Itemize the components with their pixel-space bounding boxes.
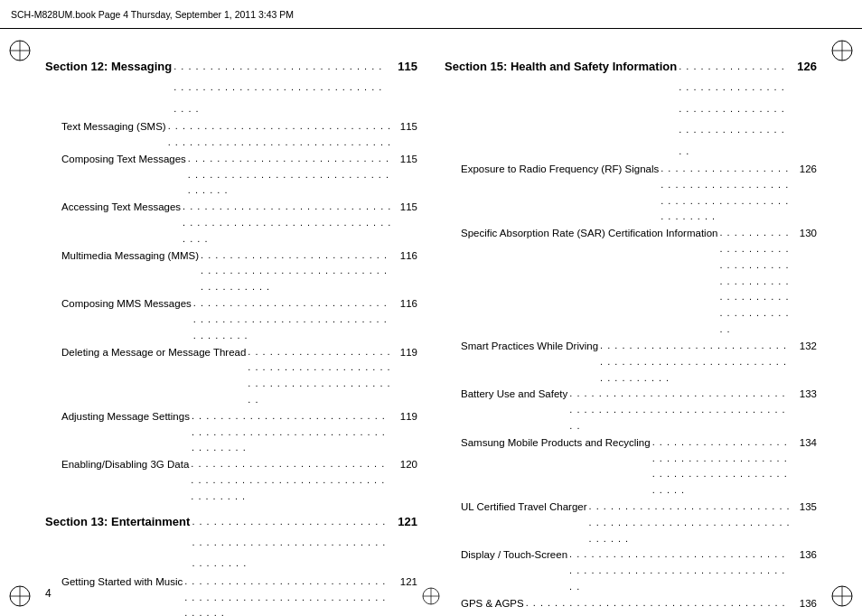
right-column: Section 15: Health and Safety Informatio…	[445, 38, 817, 571]
entry-getting-started-music: Getting Started with Music 121	[45, 574, 417, 616]
section-15-page: 126	[790, 56, 817, 77]
section-12-header: Section 12: Messaging 115	[45, 56, 417, 119]
section-13-label: Section 13: Entertainment	[45, 511, 190, 532]
entry-composing-text: Composing Text Messages 115	[45, 152, 417, 200]
entry-3g-data: Enabling/Disabling 3G Data 120	[45, 457, 417, 505]
left-column: Section 12: Messaging 115 Text Messaging…	[45, 38, 417, 571]
section-15-header: Section 15: Health and Safety Informatio…	[445, 56, 817, 162]
entry-adjusting-message: Adjusting Message Settings 119	[45, 409, 417, 457]
section-12-page: 115	[390, 56, 417, 77]
entry-smart-driving: Smart Practices While Driving 132	[445, 339, 817, 387]
entry-deleting-message: Deleting a Message or Message Thread 119	[45, 345, 417, 409]
entry-sms: Text Messaging (SMS) 115	[45, 119, 417, 152]
bottom-center-mark	[420, 585, 442, 607]
section-13-page: 121	[390, 511, 417, 532]
corner-mark-bl	[7, 583, 33, 609]
entry-display: Display / Touch-Screen 136	[445, 547, 817, 595]
section-12-label: Section 12: Messaging	[45, 56, 172, 77]
section-15-dots	[677, 55, 790, 161]
header-bar: SCH-M828UM.book Page 4 Thursday, Septemb…	[0, 0, 862, 29]
header-text: SCH-M828UM.book Page 4 Thursday, Septemb…	[11, 9, 294, 20]
page-wrapper: SCH-M828UM.book Page 4 Thursday, Septemb…	[0, 0, 862, 616]
entry-composing-mms: Composing MMS Messages 116	[45, 296, 417, 344]
corner-mark-tr	[829, 38, 855, 63]
entry-battery: Battery Use and Safety 133	[445, 387, 817, 434]
section-13-header: Section 13: Entertainment 121	[45, 511, 417, 574]
section-13-dots	[190, 510, 390, 574]
corner-mark-br	[829, 583, 855, 609]
entry-mms: Multimedia Messaging (MMS) 116	[45, 248, 417, 296]
entry-accessing-text: Accessing Text Messages 115	[45, 200, 417, 247]
entry-gps-agps: GPS & AGPS 136	[445, 596, 817, 616]
section-12-dots	[172, 55, 390, 118]
entry-sar: Specific Absorption Rate (SAR) Certifica…	[445, 226, 817, 339]
corner-mark-tl	[7, 38, 33, 63]
section-15-label: Section 15: Health and Safety Informatio…	[445, 56, 677, 77]
entry-rf-signals: Exposure to Radio Frequency (RF) Signals…	[445, 162, 817, 226]
entry-samsung-recycling: Samsung Mobile Products and Recycling 13…	[445, 435, 817, 499]
entry-ul-charger: UL Certified Travel Charger 135	[445, 499, 817, 547]
content-area: Section 12: Messaging 115 Text Messaging…	[45, 38, 817, 571]
